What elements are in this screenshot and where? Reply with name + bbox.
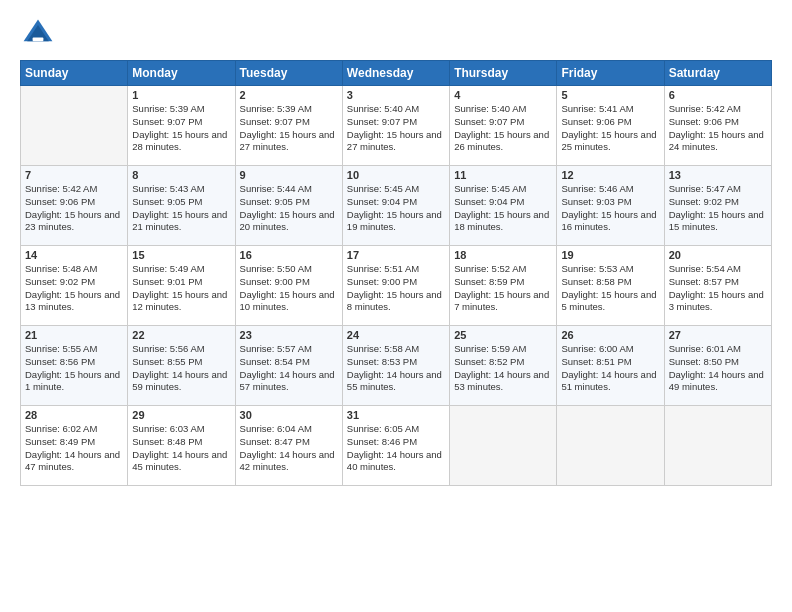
day-number: 2 (240, 89, 338, 101)
day-number: 16 (240, 249, 338, 261)
calendar-cell: 21Sunrise: 5:55 AM Sunset: 8:56 PM Dayli… (21, 326, 128, 406)
day-info: Sunrise: 5:57 AM Sunset: 8:54 PM Dayligh… (240, 343, 338, 394)
day-info: Sunrise: 5:40 AM Sunset: 9:07 PM Dayligh… (347, 103, 445, 154)
day-number: 13 (669, 169, 767, 181)
day-number: 28 (25, 409, 123, 421)
day-number: 8 (132, 169, 230, 181)
calendar-cell: 26Sunrise: 6:00 AM Sunset: 8:51 PM Dayli… (557, 326, 664, 406)
header (20, 16, 772, 52)
day-info: Sunrise: 5:44 AM Sunset: 9:05 PM Dayligh… (240, 183, 338, 234)
day-info: Sunrise: 6:03 AM Sunset: 8:48 PM Dayligh… (132, 423, 230, 474)
day-info: Sunrise: 5:41 AM Sunset: 9:06 PM Dayligh… (561, 103, 659, 154)
calendar-cell: 17Sunrise: 5:51 AM Sunset: 9:00 PM Dayli… (342, 246, 449, 326)
calendar-cell: 30Sunrise: 6:04 AM Sunset: 8:47 PM Dayli… (235, 406, 342, 486)
day-info: Sunrise: 5:46 AM Sunset: 9:03 PM Dayligh… (561, 183, 659, 234)
day-info: Sunrise: 5:53 AM Sunset: 8:58 PM Dayligh… (561, 263, 659, 314)
calendar-cell: 12Sunrise: 5:46 AM Sunset: 9:03 PM Dayli… (557, 166, 664, 246)
day-info: Sunrise: 5:47 AM Sunset: 9:02 PM Dayligh… (669, 183, 767, 234)
day-number: 5 (561, 89, 659, 101)
calendar-cell: 24Sunrise: 5:58 AM Sunset: 8:53 PM Dayli… (342, 326, 449, 406)
day-info: Sunrise: 5:58 AM Sunset: 8:53 PM Dayligh… (347, 343, 445, 394)
day-info: Sunrise: 5:45 AM Sunset: 9:04 PM Dayligh… (347, 183, 445, 234)
day-info: Sunrise: 5:56 AM Sunset: 8:55 PM Dayligh… (132, 343, 230, 394)
calendar-cell: 11Sunrise: 5:45 AM Sunset: 9:04 PM Dayli… (450, 166, 557, 246)
day-info: Sunrise: 5:39 AM Sunset: 9:07 PM Dayligh… (240, 103, 338, 154)
day-number: 9 (240, 169, 338, 181)
calendar-cell: 1Sunrise: 5:39 AM Sunset: 9:07 PM Daylig… (128, 86, 235, 166)
day-number: 23 (240, 329, 338, 341)
day-number: 7 (25, 169, 123, 181)
calendar-cell: 9Sunrise: 5:44 AM Sunset: 9:05 PM Daylig… (235, 166, 342, 246)
day-number: 14 (25, 249, 123, 261)
calendar-cell: 5Sunrise: 5:41 AM Sunset: 9:06 PM Daylig… (557, 86, 664, 166)
weekday-header-row: SundayMondayTuesdayWednesdayThursdayFrid… (21, 61, 772, 86)
calendar-cell (557, 406, 664, 486)
day-number: 24 (347, 329, 445, 341)
calendar-cell: 28Sunrise: 6:02 AM Sunset: 8:49 PM Dayli… (21, 406, 128, 486)
calendar-cell: 27Sunrise: 6:01 AM Sunset: 8:50 PM Dayli… (664, 326, 771, 406)
day-number: 21 (25, 329, 123, 341)
day-info: Sunrise: 5:39 AM Sunset: 9:07 PM Dayligh… (132, 103, 230, 154)
page: SundayMondayTuesdayWednesdayThursdayFrid… (0, 0, 792, 496)
day-info: Sunrise: 6:04 AM Sunset: 8:47 PM Dayligh… (240, 423, 338, 474)
day-number: 15 (132, 249, 230, 261)
day-info: Sunrise: 5:52 AM Sunset: 8:59 PM Dayligh… (454, 263, 552, 314)
day-info: Sunrise: 5:43 AM Sunset: 9:05 PM Dayligh… (132, 183, 230, 234)
day-info: Sunrise: 5:42 AM Sunset: 9:06 PM Dayligh… (669, 103, 767, 154)
calendar-cell: 29Sunrise: 6:03 AM Sunset: 8:48 PM Dayli… (128, 406, 235, 486)
day-number: 30 (240, 409, 338, 421)
week-row-5: 28Sunrise: 6:02 AM Sunset: 8:49 PM Dayli… (21, 406, 772, 486)
calendar-cell: 4Sunrise: 5:40 AM Sunset: 9:07 PM Daylig… (450, 86, 557, 166)
calendar-cell: 2Sunrise: 5:39 AM Sunset: 9:07 PM Daylig… (235, 86, 342, 166)
day-info: Sunrise: 5:42 AM Sunset: 9:06 PM Dayligh… (25, 183, 123, 234)
weekday-wednesday: Wednesday (342, 61, 449, 86)
day-number: 22 (132, 329, 230, 341)
calendar-cell: 22Sunrise: 5:56 AM Sunset: 8:55 PM Dayli… (128, 326, 235, 406)
calendar-cell (21, 86, 128, 166)
day-number: 19 (561, 249, 659, 261)
calendar-cell: 8Sunrise: 5:43 AM Sunset: 9:05 PM Daylig… (128, 166, 235, 246)
day-info: Sunrise: 5:45 AM Sunset: 9:04 PM Dayligh… (454, 183, 552, 234)
day-info: Sunrise: 6:05 AM Sunset: 8:46 PM Dayligh… (347, 423, 445, 474)
day-info: Sunrise: 5:49 AM Sunset: 9:01 PM Dayligh… (132, 263, 230, 314)
calendar-cell: 10Sunrise: 5:45 AM Sunset: 9:04 PM Dayli… (342, 166, 449, 246)
calendar-table: SundayMondayTuesdayWednesdayThursdayFrid… (20, 60, 772, 486)
calendar-cell (450, 406, 557, 486)
calendar-cell: 19Sunrise: 5:53 AM Sunset: 8:58 PM Dayli… (557, 246, 664, 326)
day-number: 25 (454, 329, 552, 341)
day-info: Sunrise: 5:40 AM Sunset: 9:07 PM Dayligh… (454, 103, 552, 154)
calendar-cell: 25Sunrise: 5:59 AM Sunset: 8:52 PM Dayli… (450, 326, 557, 406)
day-info: Sunrise: 5:59 AM Sunset: 8:52 PM Dayligh… (454, 343, 552, 394)
logo-icon (20, 16, 56, 52)
day-info: Sunrise: 5:54 AM Sunset: 8:57 PM Dayligh… (669, 263, 767, 314)
day-number: 17 (347, 249, 445, 261)
day-number: 11 (454, 169, 552, 181)
calendar-cell: 15Sunrise: 5:49 AM Sunset: 9:01 PM Dayli… (128, 246, 235, 326)
week-row-4: 21Sunrise: 5:55 AM Sunset: 8:56 PM Dayli… (21, 326, 772, 406)
calendar-cell: 7Sunrise: 5:42 AM Sunset: 9:06 PM Daylig… (21, 166, 128, 246)
week-row-3: 14Sunrise: 5:48 AM Sunset: 9:02 PM Dayli… (21, 246, 772, 326)
calendar-cell: 13Sunrise: 5:47 AM Sunset: 9:02 PM Dayli… (664, 166, 771, 246)
day-number: 18 (454, 249, 552, 261)
weekday-thursday: Thursday (450, 61, 557, 86)
weekday-monday: Monday (128, 61, 235, 86)
calendar-cell: 6Sunrise: 5:42 AM Sunset: 9:06 PM Daylig… (664, 86, 771, 166)
day-info: Sunrise: 6:01 AM Sunset: 8:50 PM Dayligh… (669, 343, 767, 394)
day-info: Sunrise: 5:48 AM Sunset: 9:02 PM Dayligh… (25, 263, 123, 314)
day-number: 27 (669, 329, 767, 341)
calendar-cell (664, 406, 771, 486)
day-number: 3 (347, 89, 445, 101)
weekday-sunday: Sunday (21, 61, 128, 86)
calendar-cell: 31Sunrise: 6:05 AM Sunset: 8:46 PM Dayli… (342, 406, 449, 486)
day-info: Sunrise: 5:55 AM Sunset: 8:56 PM Dayligh… (25, 343, 123, 394)
calendar-cell: 3Sunrise: 5:40 AM Sunset: 9:07 PM Daylig… (342, 86, 449, 166)
day-info: Sunrise: 6:02 AM Sunset: 8:49 PM Dayligh… (25, 423, 123, 474)
day-number: 12 (561, 169, 659, 181)
day-number: 26 (561, 329, 659, 341)
day-number: 20 (669, 249, 767, 261)
svg-rect-2 (33, 38, 44, 42)
calendar-cell: 14Sunrise: 5:48 AM Sunset: 9:02 PM Dayli… (21, 246, 128, 326)
week-row-2: 7Sunrise: 5:42 AM Sunset: 9:06 PM Daylig… (21, 166, 772, 246)
day-info: Sunrise: 6:00 AM Sunset: 8:51 PM Dayligh… (561, 343, 659, 394)
day-info: Sunrise: 5:51 AM Sunset: 9:00 PM Dayligh… (347, 263, 445, 314)
